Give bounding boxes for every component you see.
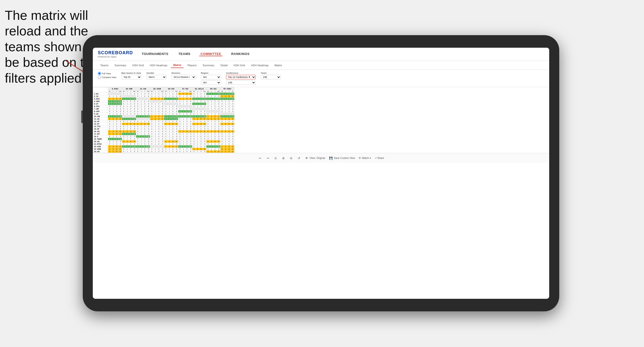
matrix-cell: 1 [224,120,227,123]
matrix-cell: 0 [171,148,175,150]
sh-w3: W [136,90,140,93]
matrix-cell: 1 [154,95,157,98]
matrix-cell: -5 [161,143,164,145]
matrix-cell [185,105,189,108]
share-button[interactable]: ↗ Share [375,157,384,159]
matrix-cell: 1 [112,103,115,105]
matrix-cell: -5 [203,143,206,145]
matrix-cell: 14 [119,103,122,105]
matrix-cell: 1 [112,145,115,148]
matrix-cell: -5 [175,133,178,135]
matrix-cell: 1 [140,93,143,95]
matrix-cell: 1 [206,140,210,143]
division-label: Division [172,72,196,74]
subnav-players[interactable]: Players [185,63,199,68]
matrix-cell: 14 [231,115,234,118]
matrix-cell: 0 [115,140,119,143]
matrix-cell: 0 [129,145,133,148]
matrix-cell: 0 [220,143,224,145]
subnav-detail[interactable]: Detail [218,63,230,68]
matrix-cell: 0 [227,95,231,98]
save-custom-button[interactable]: 💾 Save Custom View [329,156,355,160]
sh-d9: D [231,90,234,93]
matrix-cell: 1 [182,150,185,153]
matrix-cell: -5 [175,113,178,115]
matrix-cell: 1 [168,93,171,95]
undo-button[interactable]: ↩ [258,156,262,160]
matrix-cell: 1 [196,148,199,150]
full-view-option[interactable]: Full View [98,72,116,75]
matrix-cell: 0 [171,105,175,108]
watch-button[interactable]: 👁 Watch ▾ [359,157,371,159]
matrix-cell: 0 [227,118,231,120]
matrix-cell: -5 [217,105,220,108]
matrix-cell: 0 [217,130,220,133]
matrix-cell: 1 [224,145,227,148]
zoom-in-button[interactable]: ⊕ [281,156,285,160]
reset-button[interactable]: ⊙ [274,156,278,160]
matrix-cell: 0 [192,138,196,140]
subnav-summary2[interactable]: Summary [200,63,217,68]
matrix-cell: 0 [199,128,203,130]
reset-icon: ⊙ [274,156,278,160]
matrix-cell: -5 [175,148,178,150]
redo-button[interactable]: ↪ [266,156,270,160]
matrix-cell: 0 [178,143,182,145]
nav-tournaments[interactable]: TOURNAMENTS [140,52,170,56]
matrix-cell: 1 [168,130,171,133]
matrix-cell: 1 [126,150,129,153]
matrix-cell: 1 [182,125,185,128]
subnav-h2hgrid1[interactable]: H2H Grid [130,63,146,68]
conference-sub-select[interactable]: (All) [226,80,256,85]
matrix-container[interactable]: 3. ASU 10. UW 11. UA 22. UCB 24. UO 27. … [93,87,549,153]
matrix-cell: 0 [206,143,210,145]
zoom-out-button[interactable]: ⊖ [289,156,293,160]
subnav-summary1[interactable]: Summary [112,63,129,68]
subnav-teams[interactable]: Teams [98,63,111,68]
matrix-cell: 1 [182,128,185,130]
matrix-cell: 1 [122,130,126,133]
matrix-cell: 1 [210,143,213,145]
matrix-cell: 0 [157,130,161,133]
subnav-matrix1[interactable]: Matrix [171,63,184,68]
view-original-button[interactable]: 👁 View: Original [305,156,325,160]
nav-teams[interactable]: TEAMS [177,52,192,56]
matrix-cell: 2 [164,118,168,120]
matrix-cell: 1 [126,110,129,113]
gender-select[interactable]: Men's Women's [146,75,167,79]
max-teams-select[interactable]: Top 25 Top 50 All [121,75,141,79]
col-header-uu: 54. UU [206,87,220,90]
matrix-cell: 1 [196,95,199,98]
subnav-h2hgrid2[interactable]: H2H Grid [231,63,248,68]
sh-w5: W [164,90,168,93]
matrix-cell: 0 [157,95,161,98]
matrix-cell: -5 [161,140,164,143]
refresh-button[interactable]: ↺ [297,156,301,160]
compact-view-radio[interactable] [98,76,101,79]
matrix-cell: -5 [231,103,234,105]
matrix-cell: 0 [157,143,161,145]
subnav-matrix2[interactable]: Matrix [272,63,285,68]
nav-committee[interactable]: COMMITTEE [199,52,222,56]
compact-view-option[interactable]: Compact View [98,76,116,79]
matrix-cell: 1 [182,100,185,103]
subnav-h2hheatmap1[interactable]: H2H Heatmap [147,63,170,68]
matrix-cell: 0 [227,103,231,105]
team-select[interactable]: (All) [261,75,281,79]
matrix-cell: 1 [210,103,213,105]
matrix-cell [210,110,213,113]
region-select[interactable]: N/A East West [201,75,221,79]
region-sub-select[interactable]: N/A [201,80,221,85]
matrix-cell [133,95,136,98]
full-view-radio[interactable] [98,72,101,75]
division-select[interactable]: NCAA Division I NCAA Division II [172,75,196,79]
conference-select[interactable]: Pac-12 Conference ▼ (All) [226,75,256,79]
matrix-cell: 0 [157,123,161,125]
matrix-cell: 2 [178,110,182,113]
subnav-h2hheatmap2[interactable]: H2H Heatmap [249,63,271,68]
nav-rankings[interactable]: RANKINGS [230,52,251,56]
matrix-cell [150,145,154,148]
matrix-cell: 1 [126,118,129,120]
matrix-cell: -5 [231,100,234,103]
matrix-cell: -5 [175,150,178,153]
